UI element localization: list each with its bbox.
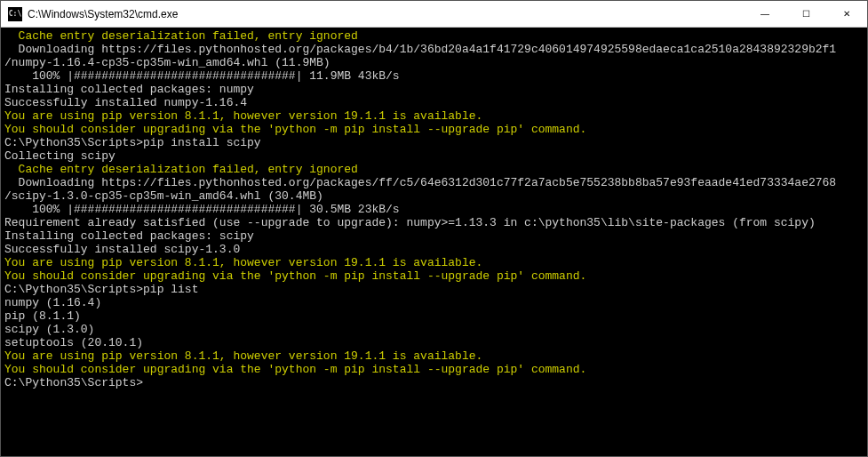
terminal-line: pip (8.1.1) bbox=[4, 309, 864, 323]
terminal-line: /numpy-1.16.4-cp35-cp35m-win_amd64.whl (… bbox=[4, 56, 864, 69]
terminal-line: You should consider upgrading via the 'p… bbox=[4, 123, 864, 136]
terminal-line: Downloading https://files.pythonhosted.o… bbox=[4, 43, 864, 56]
cmd-window: C:\ C:\Windows\System32\cmd.exe — ☐ ✕ Ca… bbox=[0, 0, 868, 457]
terminal-line: numpy (1.16.4) bbox=[4, 296, 864, 309]
cmd-icon: C:\ bbox=[8, 7, 22, 21]
terminal-output[interactable]: Cache entry deserialization failed, entr… bbox=[1, 28, 867, 456]
maximize-button[interactable]: ☐ bbox=[785, 1, 826, 27]
terminal-line: Installing collected packages: scipy bbox=[4, 229, 864, 243]
terminal-line: Installing collected packages: numpy bbox=[4, 83, 864, 96]
terminal-line: Successfully installed scipy-1.3.0 bbox=[4, 243, 864, 256]
terminal-line: /scipy-1.3.0-cp35-cp35m-win_amd64.whl (3… bbox=[4, 189, 864, 203]
terminal-line: You are using pip version 8.1.1, however… bbox=[4, 109, 864, 123]
terminal-line: You are using pip version 8.1.1, however… bbox=[4, 256, 864, 269]
window-title: C:\Windows\System32\cmd.exe bbox=[28, 8, 745, 20]
terminal-line: You should consider upgrading via the 'p… bbox=[4, 363, 864, 376]
terminal-line: setuptools (20.10.1) bbox=[4, 336, 864, 349]
terminal-line: C:\Python35\Scripts> bbox=[4, 376, 864, 389]
terminal-line: 100% |################################| … bbox=[4, 203, 864, 216]
terminal-line: You should consider upgrading via the 'p… bbox=[4, 269, 864, 283]
terminal-line: Cache entry deserialization failed, entr… bbox=[4, 29, 864, 43]
terminal-line: 100% |################################| … bbox=[4, 69, 864, 83]
minimize-button[interactable]: — bbox=[745, 1, 785, 27]
terminal-line: scipy (1.3.0) bbox=[4, 323, 864, 336]
terminal-line: Collecting scipy bbox=[4, 149, 864, 163]
window-controls: — ☐ ✕ bbox=[745, 1, 867, 27]
terminal-line: Requirement already satisfied (use --upg… bbox=[4, 216, 864, 229]
terminal-line: Successfully installed numpy-1.16.4 bbox=[4, 96, 864, 109]
terminal-line: C:\Python35\Scripts>pip install scipy bbox=[4, 136, 864, 149]
titlebar[interactable]: C:\ C:\Windows\System32\cmd.exe — ☐ ✕ bbox=[1, 1, 867, 28]
terminal-line: Cache entry deserialization failed, entr… bbox=[4, 163, 864, 176]
terminal-line: You are using pip version 8.1.1, however… bbox=[4, 349, 864, 363]
terminal-line: Downloading https://files.pythonhosted.o… bbox=[4, 176, 864, 189]
close-button[interactable]: ✕ bbox=[826, 1, 867, 27]
terminal-line: C:\Python35\Scripts>pip list bbox=[4, 283, 864, 296]
